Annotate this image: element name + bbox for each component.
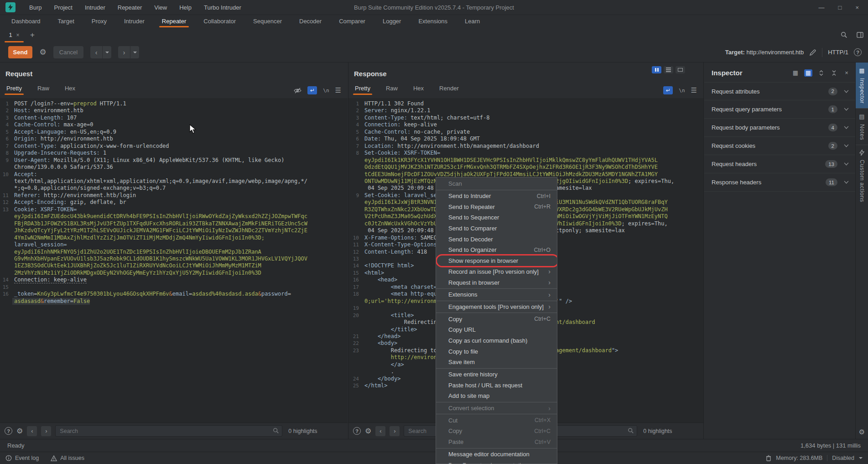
inspector-section-request-attributes[interactable]: Request attributes2 bbox=[704, 82, 855, 100]
expand-all-icon[interactable] bbox=[817, 69, 825, 77]
chevron-down-icon[interactable] bbox=[844, 108, 849, 111]
tab-collaborator[interactable]: Collaborator bbox=[195, 15, 244, 27]
minimize-button[interactable]: — bbox=[819, 4, 825, 11]
strip-tab-custom-actions[interactable]: Custom actions bbox=[856, 145, 868, 207]
request-search-input[interactable] bbox=[55, 425, 282, 437]
tab-proxy[interactable]: Proxy bbox=[83, 15, 115, 27]
tab-intruder[interactable]: Intruder bbox=[115, 15, 153, 27]
show-newlines-icon[interactable]: \n bbox=[323, 88, 329, 94]
tab-repeater[interactable]: Repeater bbox=[153, 15, 195, 27]
inspector-section-request-body-parameters[interactable]: Request body parameters4 bbox=[704, 119, 855, 137]
search-help-icon[interactable]: ? bbox=[5, 427, 12, 435]
menu-item-copy-as-curl-command-bash[interactable]: Copy as curl command (bash) bbox=[436, 335, 557, 346]
search-help-icon[interactable]: ? bbox=[353, 427, 361, 435]
menu-item-send-to-repeater[interactable]: Send to RepeaterCtrl+R bbox=[436, 201, 557, 212]
chevron-down-icon[interactable] bbox=[844, 181, 849, 184]
wrap-lines-icon[interactable]: ↵ bbox=[307, 86, 317, 94]
menu-item-copy[interactable]: CopyCtrl+C bbox=[436, 313, 557, 324]
menu-item-send-to-organizer[interactable]: Send to OrganizerCtrl+O bbox=[436, 245, 557, 255]
history-forward-dropdown[interactable] bbox=[130, 46, 139, 58]
tab-sequencer[interactable]: Sequencer bbox=[244, 15, 291, 27]
editor-menu-icon[interactable]: ☰ bbox=[335, 86, 341, 94]
send-button[interactable]: Send bbox=[8, 46, 32, 58]
prev-match-button[interactable]: ‹ bbox=[27, 426, 37, 436]
repeater-tab-1[interactable]: 1× bbox=[4, 29, 25, 41]
chevron-down-icon[interactable] bbox=[844, 90, 849, 93]
show-newlines-icon[interactable]: \n bbox=[679, 88, 685, 94]
request-tab-hex[interactable]: Hex bbox=[65, 85, 75, 92]
layout-columns-button[interactable] bbox=[652, 66, 661, 73]
menu-item-show-response-in-browser[interactable]: Show response in browser bbox=[436, 255, 557, 266]
wrap-lines-icon[interactable]: ↵ bbox=[663, 86, 673, 94]
tab-dashboard[interactable]: Dashboard bbox=[3, 15, 49, 27]
inspector-section-response-headers[interactable]: Response headers11 bbox=[704, 173, 855, 192]
menu-item-paste-host-url-as-request[interactable]: Paste host / URL as request bbox=[436, 380, 557, 391]
edit-target-pencil-icon[interactable] bbox=[809, 49, 816, 56]
send-settings-gear-icon[interactable]: ⚙ bbox=[37, 47, 48, 58]
menu-item-burp-repeater-documentation[interactable]: Burp Repeater documentation bbox=[436, 459, 557, 464]
tab-logger[interactable]: Logger bbox=[374, 15, 410, 27]
inspector-section-request-cookies[interactable]: Request cookies2 bbox=[704, 137, 855, 155]
tab-decoder[interactable]: Decoder bbox=[291, 15, 330, 27]
tab-learn[interactable]: Learn bbox=[456, 15, 489, 27]
next-match-button[interactable]: › bbox=[41, 426, 51, 436]
menu-item-send-to-intruder[interactable]: Send to IntruderCtrl+I bbox=[436, 191, 557, 202]
help-icon[interactable]: ? bbox=[854, 48, 862, 56]
layout-rows-button[interactable] bbox=[664, 66, 673, 73]
menu-item-save-entire-history[interactable]: Save entire history bbox=[436, 369, 557, 380]
search-settings-gear-icon[interactable]: ⚙ bbox=[365, 427, 371, 435]
menu-item-extensions[interactable]: Extensions› bbox=[436, 289, 557, 300]
menu-item-engagement-tools-pro-version-only[interactable]: Engagement tools [Pro version only]› bbox=[436, 302, 557, 313]
response-tab-render[interactable]: Render bbox=[439, 85, 459, 92]
layout-tabs-button[interactable] bbox=[676, 66, 685, 73]
chevron-down-icon[interactable] bbox=[844, 162, 849, 166]
close-inspector-icon[interactable]: × bbox=[842, 69, 851, 77]
menu-item-record-an-issue-pro-version-only[interactable]: Record an issue [Pro version only]› bbox=[436, 266, 557, 277]
close-button[interactable]: × bbox=[855, 4, 859, 11]
request-tab-pretty[interactable]: Pretty bbox=[6, 85, 22, 92]
menu-item-message-editor-documentation[interactable]: Message editor documentation bbox=[436, 449, 557, 460]
event-log-item[interactable]: Event log bbox=[5, 455, 39, 461]
next-match-button[interactable]: › bbox=[390, 426, 400, 436]
inspector-section-request-query-parameters[interactable]: Request query parameters1 bbox=[704, 100, 855, 119]
menu-item-send-to-decoder[interactable]: Send to Decoder bbox=[436, 234, 557, 245]
history-back-button[interactable]: ‹ bbox=[90, 46, 103, 58]
menu-intruder[interactable]: Intruder bbox=[85, 4, 105, 11]
layout-panel-icon[interactable] bbox=[857, 32, 863, 38]
trash-icon[interactable] bbox=[766, 455, 771, 461]
menu-item-add-to-site-map[interactable]: Add to site map bbox=[436, 391, 557, 401]
menu-item-copy-to-file[interactable]: Copy to file bbox=[436, 346, 557, 357]
menu-turbo-intruder[interactable]: Turbo Intruder bbox=[204, 4, 241, 11]
strip-tab-inspector[interactable]: ▩ Inspector bbox=[856, 63, 868, 108]
tab-extensions[interactable]: Extensions bbox=[410, 15, 456, 27]
response-tab-hex[interactable]: Hex bbox=[413, 85, 424, 92]
menu-project[interactable]: Project bbox=[54, 4, 72, 11]
menu-item-save-item[interactable]: Save item bbox=[436, 357, 557, 368]
menu-repeater[interactable]: Repeater bbox=[118, 4, 142, 11]
history-back-dropdown[interactable] bbox=[103, 46, 111, 58]
intercept-state[interactable]: Disabled bbox=[832, 455, 854, 461]
collapse-all-icon[interactable] bbox=[830, 69, 838, 77]
request-tab-raw[interactable]: Raw bbox=[37, 85, 49, 92]
prev-match-button[interactable]: ‹ bbox=[375, 426, 385, 436]
inspector-grid-icon[interactable]: ▦ bbox=[791, 69, 800, 77]
chevron-down-icon[interactable] bbox=[859, 457, 863, 459]
eye-off-icon[interactable] bbox=[294, 88, 301, 94]
maximize-button[interactable]: □ bbox=[838, 4, 842, 11]
tab-target[interactable]: Target bbox=[49, 15, 83, 27]
history-forward-button[interactable]: › bbox=[118, 46, 130, 58]
request-editor[interactable]: 1POST /login?--env=preprod HTTP/1.12Host… bbox=[0, 98, 348, 422]
tab-comparer[interactable]: Comparer bbox=[330, 15, 374, 27]
menu-item-send-to-sequencer[interactable]: Send to Sequencer bbox=[436, 212, 557, 223]
editor-menu-icon[interactable]: ☰ bbox=[691, 86, 697, 94]
add-tab-button[interactable]: + bbox=[30, 31, 35, 40]
menu-view[interactable]: View bbox=[154, 4, 167, 11]
magnifier-icon[interactable] bbox=[273, 428, 279, 434]
response-tab-pretty[interactable]: Pretty bbox=[355, 85, 370, 92]
chevron-down-icon[interactable] bbox=[844, 144, 849, 147]
tab-close-icon[interactable]: × bbox=[16, 32, 20, 38]
cancel-button[interactable]: Cancel bbox=[53, 46, 83, 58]
menu-item-copy-url[interactable]: Copy URL bbox=[436, 324, 557, 335]
inspector-section-request-headers[interactable]: Request headers13 bbox=[704, 155, 855, 173]
chevron-down-icon[interactable] bbox=[844, 126, 849, 129]
